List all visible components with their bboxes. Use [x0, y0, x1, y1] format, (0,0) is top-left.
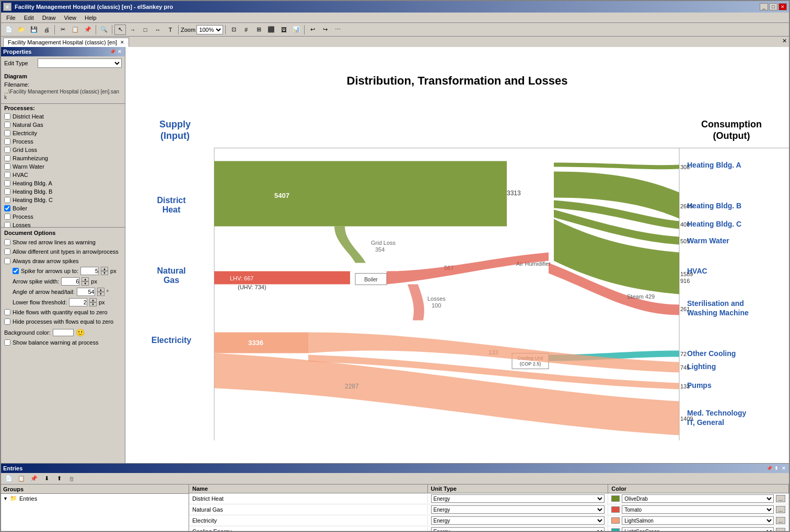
entries-import-button[interactable]: ⬇ — [41, 474, 52, 484]
text-button[interactable]: T — [165, 25, 176, 35]
more-button-1[interactable]: ... — [776, 506, 785, 513]
toolbar-sep-6 — [304, 25, 305, 34]
color-select-3[interactable]: LightSeaGreen — [622, 527, 774, 531]
unit-select-3[interactable]: Energy — [431, 527, 605, 531]
cut-button[interactable]: ✂ — [57, 25, 68, 35]
close-button[interactable]: ✕ — [779, 3, 787, 10]
paste-button[interactable]: 📌 — [82, 25, 94, 35]
process-checkbox-11[interactable] — [4, 205, 10, 211]
edit-type-select[interactable] — [38, 58, 122, 68]
entries-delete-button[interactable]: 🗑 — [66, 474, 77, 484]
menu-help[interactable]: Help — [80, 14, 101, 22]
option-unit-types-checkbox[interactable] — [4, 249, 10, 255]
spike-up-button[interactable]: ▲ — [101, 267, 108, 271]
entries-pin2-button[interactable]: ⬆ — [773, 465, 780, 471]
process-checkbox-2[interactable] — [4, 130, 10, 136]
process-checkbox-7[interactable] — [4, 172, 10, 178]
spike-arrows-checkbox[interactable] — [13, 268, 19, 274]
new-button[interactable]: 📄 — [3, 25, 15, 35]
color-select-2[interactable]: LightSalmon — [622, 516, 774, 525]
menu-draw[interactable]: Draw — [38, 14, 60, 22]
process-checkbox-13[interactable] — [4, 222, 10, 227]
entries-export-button[interactable]: ⬆ — [53, 474, 65, 484]
process-checkbox-6[interactable] — [4, 163, 10, 170]
option-spikes-checkbox[interactable] — [4, 258, 10, 264]
option-unit-types-row: Allow different unit types in arrow/proc… — [4, 247, 122, 256]
process-checkbox-9[interactable] — [4, 188, 10, 195]
export3-button[interactable]: 📊 — [291, 25, 302, 35]
panel-close-button[interactable]: ✕ — [117, 49, 123, 55]
more-button[interactable]: ⋯ — [332, 25, 343, 35]
menu-edit[interactable]: Edit — [20, 14, 38, 22]
search-button[interactable]: 🔍 — [98, 25, 110, 35]
flow-threshold-text: Lower flow threshold: — [13, 299, 67, 305]
canvas-area[interactable]: Distribution, Transformation and Losses … — [125, 47, 789, 463]
menu-view[interactable]: View — [60, 14, 80, 22]
process-checkbox-4[interactable] — [4, 147, 10, 153]
zoom-select[interactable]: 100% 75% 150% — [196, 25, 223, 34]
spike-arrows-text: Spike for arrows up to: — [21, 268, 78, 274]
minimize-button[interactable]: _ — [760, 3, 768, 10]
spike-width-input[interactable] — [61, 277, 79, 286]
maximize-button[interactable]: □ — [769, 3, 777, 10]
fit-button[interactable]: ⊡ — [228, 25, 239, 35]
more-button-2[interactable]: ... — [776, 517, 785, 524]
menu-file[interactable]: File — [2, 14, 20, 22]
spike-down-button[interactable]: ▼ — [101, 271, 108, 275]
entries-paste-button[interactable]: 📌 — [28, 474, 40, 484]
arrow-button[interactable]: → — [127, 25, 138, 35]
process-checkbox-1[interactable] — [4, 122, 10, 128]
process-checkbox-8[interactable] — [4, 180, 10, 186]
balance-warning-checkbox[interactable] — [4, 339, 10, 346]
snap-button[interactable]: ⊞ — [253, 25, 264, 35]
color-select-1[interactable]: Tomato — [622, 505, 774, 514]
tab-close-icon[interactable]: ✕ — [120, 40, 124, 45]
print-button[interactable]: 🖨 — [41, 25, 52, 35]
unit-select-2[interactable]: Energy — [431, 516, 605, 525]
color-select-0[interactable]: OliveDrab — [622, 494, 774, 503]
bg-color-swatch[interactable] — [53, 329, 74, 336]
open-button[interactable]: 📁 — [16, 25, 27, 35]
redo-button[interactable]: ↪ — [319, 25, 331, 35]
spike-width-down-button[interactable]: ▼ — [82, 281, 89, 286]
grid-button[interactable]: # — [240, 25, 252, 35]
unit-select-0[interactable]: Energy — [431, 494, 605, 503]
entries-group-item[interactable]: ▼ 📁 Entries — [1, 494, 189, 503]
process-button[interactable]: □ — [140, 25, 151, 35]
panel-pin-button[interactable]: 📌 — [109, 49, 115, 55]
arrow-angle-up-button[interactable]: ▲ — [97, 288, 104, 292]
connector-button[interactable]: ↔ — [152, 25, 164, 35]
entries-copy-button[interactable]: 📋 — [16, 474, 27, 484]
hide-flows-checkbox[interactable] — [4, 309, 10, 315]
undo-button[interactable]: ↩ — [307, 25, 318, 35]
spike-width-up-button[interactable]: ▲ — [82, 277, 89, 281]
export2-button[interactable]: 🖼 — [278, 25, 289, 35]
process-checkbox-3[interactable] — [4, 138, 10, 145]
arrow-angle-input[interactable] — [77, 288, 95, 296]
process-checkbox-10[interactable] — [4, 197, 10, 203]
pointer-button[interactable]: ↖ — [114, 25, 126, 35]
option-warning-checkbox[interactable] — [4, 239, 10, 245]
entries-add-button[interactable]: 📄 — [3, 474, 15, 484]
more-button-3[interactable]: ... — [776, 528, 785, 531]
entries-pin-button[interactable]: 📌 — [766, 465, 772, 471]
more-button-0[interactable]: ... — [776, 495, 785, 502]
spike-arrows-input[interactable] — [80, 267, 99, 275]
copy-button[interactable]: 📋 — [69, 25, 81, 35]
entries-close-button[interactable]: ✕ — [781, 465, 787, 471]
export-button[interactable]: ⬛ — [265, 25, 277, 35]
process-checkbox-5[interactable] — [4, 155, 10, 161]
arrow-angle-down-button[interactable]: ▼ — [97, 292, 104, 296]
hide-processes-checkbox[interactable] — [4, 318, 10, 325]
tab-close-right[interactable]: ✕ — [782, 38, 787, 44]
process-name-9: Heating Bldg. B — [13, 188, 52, 195]
process-checkbox-0[interactable] — [4, 113, 10, 120]
unit-select-1[interactable]: Energy — [431, 505, 605, 514]
save-button[interactable]: 💾 — [28, 25, 40, 35]
main-tab[interactable]: Facility Management Hospital (classic) [… — [3, 38, 129, 47]
process-checkbox-12[interactable] — [4, 214, 10, 220]
flow-threshold-input[interactable] — [69, 298, 87, 306]
flow-threshold-down-button[interactable]: ▼ — [89, 302, 97, 306]
groups-header: Groups — [1, 484, 189, 494]
flow-threshold-up-button[interactable]: ▲ — [89, 298, 97, 302]
